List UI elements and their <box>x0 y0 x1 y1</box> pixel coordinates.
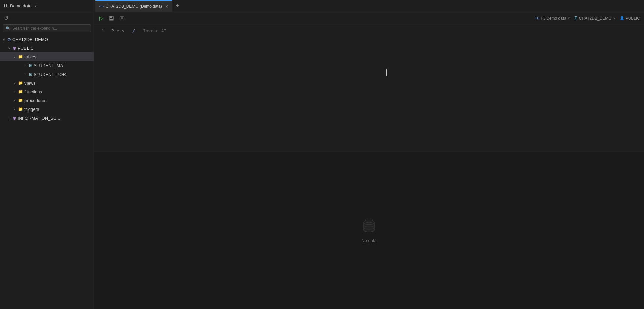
format-icon <box>119 16 125 21</box>
text-cursor: | <box>386 69 386 75</box>
table-icon-student-por: ⊞ <box>29 72 32 77</box>
format-button[interactable] <box>118 15 126 22</box>
chevron-student-mat: › <box>23 64 28 68</box>
window-title: H₂ Demo data <box>4 3 32 8</box>
folder-icon-triggers: 📁 <box>18 107 23 112</box>
folder-icon-tables: 📁 <box>18 54 23 59</box>
schema-label: PUBLIC <box>626 16 640 21</box>
sidebar-toolbar: ↺ <box>0 12 94 24</box>
tree-item-chat2db-demo[interactable]: ∨ ⊙ CHAT2DB_DEMO <box>0 35 94 44</box>
placeholder-press-text: Press <box>111 28 124 33</box>
tabs-area: <> CHAT2DB_DEMO (Demo data) × + <box>94 0 644 12</box>
tree-label-student-por: STUDENT_POR <box>34 72 66 77</box>
results-pane: No data <box>94 152 644 309</box>
folder-icon-functions: 📁 <box>18 89 23 94</box>
run-button[interactable]: ▷ <box>98 14 105 22</box>
database-arrow: ∨ <box>613 16 615 20</box>
chevron-info-schema: › <box>7 116 11 120</box>
connection-selector[interactable]: H₂ H₂ Demo data ∨ <box>535 16 570 21</box>
sidebar: ↺ 🔍 Search in the expand n... ∨ ⊙ CHAT2D… <box>0 12 94 309</box>
tree-item-procedures[interactable]: › 📁 procedures <box>0 96 94 105</box>
title-bar-left: H₂ Demo data ∨ <box>0 0 94 12</box>
title-bar-arrow[interactable]: ∨ <box>34 4 37 8</box>
placeholder-slash-text: / <box>132 28 135 33</box>
tree-item-functions[interactable]: › 📁 functions <box>0 87 94 96</box>
chevron-public: ∨ <box>7 46 11 50</box>
folder-icon-views: 📁 <box>18 81 23 85</box>
tree-item-info-schema[interactable]: › ⊕ INFORMATION_SC... <box>0 114 94 122</box>
tree-label-info-schema: INFORMATION_SC... <box>18 116 60 121</box>
editor-placeholder-area[interactable]: Press / Invoke AI <box>107 25 170 152</box>
tab-code-icon: <> <box>99 4 104 8</box>
chevron-views: › <box>12 81 17 85</box>
chevron-triggers: › <box>12 107 17 111</box>
schema-selector[interactable]: 👤 PUBLIC <box>620 16 640 21</box>
editor-content: 1 Press / Invoke AI <box>94 25 644 152</box>
tree-item-public[interactable]: ∨ ⊕ PUBLIC <box>0 44 94 52</box>
no-data-icon <box>361 218 377 235</box>
tree-label-functions: functions <box>24 89 42 94</box>
line-number-1: 1 <box>94 28 107 34</box>
header-right: H₂ H₂ Demo data ∨ 🗄 CHAT2DB_DEMO ∨ 👤 PUB… <box>535 16 640 21</box>
table-icon-student-mat: ⊞ <box>29 63 32 68</box>
database-selector[interactable]: 🗄 CHAT2DB_DEMO ∨ <box>574 16 615 21</box>
tree-label-public: PUBLIC <box>18 46 34 51</box>
database-empty-icon <box>361 218 377 234</box>
no-data-text: No data <box>361 238 377 243</box>
tree-label-chat2db: CHAT2DB_DEMO <box>12 37 48 42</box>
svg-rect-1 <box>110 16 112 18</box>
tree-label-tables: tables <box>24 54 36 59</box>
schema-icon-info: ⊕ <box>13 116 16 121</box>
schema-icon: ⊕ <box>13 46 16 51</box>
main-layout: ↺ 🔍 Search in the expand n... ∨ ⊙ CHAT2D… <box>0 12 644 309</box>
sidebar-tree: ∨ ⊙ CHAT2DB_DEMO ∨ ⊕ PUBLIC ∨ 📁 tables ›… <box>0 34 94 309</box>
tree-item-triggers[interactable]: › 📁 triggers <box>0 105 94 114</box>
connection-arrow: ∨ <box>568 16 570 20</box>
chevron-functions: › <box>12 90 17 94</box>
db-selector-icon: 🗄 <box>574 16 578 20</box>
svg-rect-2 <box>110 19 113 20</box>
tab-close-button[interactable]: × <box>165 4 168 9</box>
database-label: CHAT2DB_DEMO <box>579 16 612 21</box>
tree-label-triggers: triggers <box>24 107 39 112</box>
editor-actions: ▷ <box>98 14 126 22</box>
tree-label-views: views <box>24 81 36 86</box>
active-tab[interactable]: <> CHAT2DB_DEMO (Demo data) × <box>95 0 172 12</box>
add-tab-button[interactable]: + <box>173 2 182 9</box>
connection-icon: H₂ <box>535 16 539 20</box>
save-button[interactable] <box>107 15 115 22</box>
save-icon <box>109 16 114 21</box>
folder-icon-procedures: 📁 <box>18 98 23 103</box>
content-area: ▷ <box>94 12 644 309</box>
chevron-chat2db: ∨ <box>1 38 6 41</box>
refresh-button[interactable]: ↺ <box>3 14 10 22</box>
title-bar: H₂ Demo data ∨ <> CHAT2DB_DEMO (Demo dat… <box>0 0 644 12</box>
chevron-procedures: › <box>12 99 17 102</box>
search-placeholder: Search in the expand n... <box>12 26 57 31</box>
tab-label: CHAT2DB_DEMO (Demo data) <box>106 4 162 9</box>
line-numbers: 1 <box>94 25 107 152</box>
search-box[interactable]: 🔍 Search in the expand n... <box>3 24 91 32</box>
tree-item-student-por[interactable]: › ⊞ STUDENT_POR <box>0 70 94 79</box>
schema-selector-icon: 👤 <box>620 16 624 20</box>
tree-label-procedures: procedures <box>24 98 46 103</box>
chevron-tables: ∨ <box>12 55 17 59</box>
chevron-student-por: › <box>23 73 28 76</box>
tree-item-student-mat[interactable]: › ⊞ STUDENT_MAT <box>0 61 94 70</box>
placeholder-invoke-text: Invoke AI <box>143 28 166 33</box>
tree-item-views[interactable]: › 📁 views <box>0 79 94 87</box>
connection-label: H₂ Demo data <box>541 16 566 21</box>
editor-pane[interactable]: 1 Press / Invoke AI | <box>94 25 644 152</box>
database-icon: ⊙ <box>7 37 11 42</box>
editor-toolbar: ▷ <box>94 12 644 25</box>
search-icon: 🔍 <box>6 26 10 31</box>
tree-item-tables[interactable]: ∨ 📁 tables <box>0 52 94 61</box>
tree-label-student-mat: STUDENT_MAT <box>34 63 65 68</box>
